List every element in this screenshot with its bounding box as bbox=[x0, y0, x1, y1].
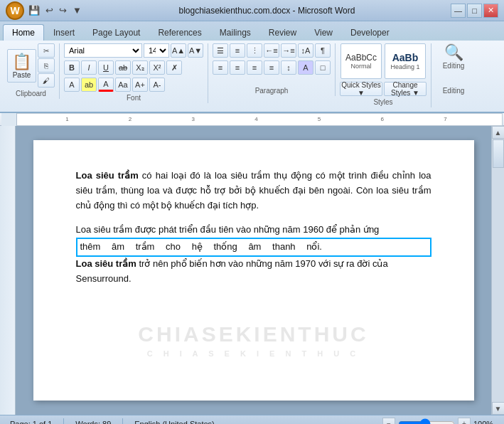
numbering-btn[interactable]: ≡ bbox=[230, 43, 245, 58]
ruler-corner bbox=[1, 113, 17, 126]
format-painter-button[interactable]: 🖌 bbox=[38, 73, 55, 88]
tab-references[interactable]: References bbox=[149, 25, 210, 41]
quick-styles-btn[interactable]: Quick Styles ▼ bbox=[340, 82, 382, 96]
clear-format-btn[interactable]: ✗ bbox=[166, 60, 182, 75]
editing-button[interactable]: 🔍 Editing bbox=[436, 43, 471, 70]
status-sep-2 bbox=[122, 418, 123, 425]
paste-button[interactable]: 📋 Paste bbox=[7, 49, 36, 83]
align-left-btn[interactable]: ≡ bbox=[213, 60, 228, 75]
text-effect-btn[interactable]: A bbox=[64, 78, 80, 92]
ruler-scale: 1 2 3 4 5 6 7 bbox=[17, 113, 503, 126]
style-heading1[interactable]: AaBb Heading 1 bbox=[385, 43, 426, 79]
scroll-thumb[interactable] bbox=[493, 139, 504, 168]
ribbon-content: 📋 Paste ✂ ⎘ 🖌 Clipboard Arial bbox=[0, 41, 504, 112]
tab-review[interactable]: Review bbox=[260, 25, 305, 41]
scroll-track[interactable] bbox=[492, 139, 505, 402]
watermark-line2: C H I A S E K I E N T H U C bbox=[138, 349, 368, 358]
document-area: Loa siêu trầm có hai loại đó là loa siêu… bbox=[0, 126, 504, 415]
zoom-in-btn[interactable]: + bbox=[458, 418, 471, 425]
left-ruler bbox=[0, 126, 16, 415]
status-sep-1 bbox=[63, 418, 64, 425]
window-controls: — □ ✕ bbox=[451, 4, 498, 18]
tab-home[interactable]: Home bbox=[3, 24, 44, 41]
para1-bold: Loa siêu trầm bbox=[76, 170, 139, 181]
styles-buttons-row: Quick Styles ▼ Change Styles ▼ bbox=[340, 82, 427, 96]
tab-insert[interactable]: Insert bbox=[45, 25, 83, 41]
para-row2: ≡ ≡ ≡ ≡ ↕ A □ bbox=[213, 60, 331, 75]
justify-btn[interactable]: ≡ bbox=[264, 60, 279, 75]
cut-button[interactable]: ✂ bbox=[38, 43, 55, 58]
close-button[interactable]: ✕ bbox=[483, 4, 498, 18]
copy-button[interactable]: ⎘ bbox=[38, 58, 55, 73]
italic-button[interactable]: I bbox=[81, 60, 97, 75]
group-styles: AaBbCc Normal AaBb Heading 1 Quick Style… bbox=[337, 43, 431, 107]
text-highlight-btn[interactable]: ab bbox=[81, 78, 97, 92]
para2-bold: Loa siêu trầm bbox=[76, 258, 136, 269]
border-btn[interactable]: □ bbox=[315, 60, 331, 75]
style-normal[interactable]: AaBbCc Normal bbox=[341, 43, 382, 79]
group-editing: 🔍 Editing Editing bbox=[433, 43, 476, 96]
ruler: 1 2 3 4 5 6 7 bbox=[0, 113, 504, 126]
para-controls: ☰ ≡ ⋮ ←≡ →≡ ↕A ¶ ≡ ≡ ≡ ≡ ↕ A □ bbox=[213, 43, 331, 88]
increase-indent-btn[interactable]: →≡ bbox=[281, 43, 296, 58]
ruler-mark-6: 6 bbox=[381, 116, 384, 122]
strikethrough-btn[interactable]: ab bbox=[115, 60, 131, 75]
underline-button[interactable]: U bbox=[98, 60, 114, 75]
decrease-indent-btn[interactable]: ←≡ bbox=[264, 43, 279, 58]
font-name-select[interactable]: Arial bbox=[64, 43, 142, 58]
font-size-select[interactable]: 14 bbox=[144, 43, 169, 58]
font-grow-btn[interactable]: A+ bbox=[132, 78, 148, 92]
tab-view[interactable]: View bbox=[306, 25, 341, 41]
zoom-out-btn[interactable]: − bbox=[382, 418, 395, 425]
page-scroll[interactable]: Loa siêu trầm có hai loại đó là loa siêu… bbox=[16, 126, 491, 415]
maximize-button[interactable]: □ bbox=[467, 4, 482, 18]
zoom-level: 100% bbox=[473, 420, 498, 425]
document-page: Loa siêu trầm có hai loại đó là loa siêu… bbox=[33, 140, 474, 401]
sort-btn[interactable]: ↕A bbox=[298, 43, 313, 58]
clipboard-small-btns: ✂ ⎘ 🖌 bbox=[38, 43, 55, 88]
subscript-btn[interactable]: X₂ bbox=[132, 60, 148, 75]
status-language: English (United States) bbox=[130, 418, 219, 425]
ruler-mark-7: 7 bbox=[444, 116, 446, 122]
tab-developer[interactable]: Developer bbox=[342, 25, 398, 41]
paragraph-2: Loa siêu trầm được phát triển đầu tiên v… bbox=[76, 223, 431, 286]
right-scrollbar[interactable]: ▲ ▼ bbox=[491, 126, 504, 415]
watermark: CHIASEKIENTHUC C H I A S E K I E N T H U… bbox=[138, 322, 368, 358]
qat-save[interactable]: 💾 bbox=[27, 4, 41, 17]
scroll-up-btn[interactable]: ▲ bbox=[492, 126, 505, 139]
styles-label: Styles bbox=[373, 98, 392, 106]
bullets-btn[interactable]: ☰ bbox=[213, 43, 228, 58]
minimize-button[interactable]: — bbox=[451, 4, 466, 18]
increase-font-btn[interactable]: A▲ bbox=[171, 43, 186, 58]
font-shrink-btn[interactable]: A- bbox=[149, 78, 165, 92]
align-center-btn[interactable]: ≡ bbox=[230, 60, 245, 75]
para-row1: ☰ ≡ ⋮ ←≡ →≡ ↕A ¶ bbox=[213, 43, 331, 58]
status-words: Words: 89 bbox=[71, 418, 115, 425]
group-font: Arial 14 A▲ A▼ B I U ab X₂ X² ✗ bbox=[61, 43, 208, 103]
title-bar: W 💾 ↩ ↪ ▼ blogchiasekienthuc.com.docx - … bbox=[0, 0, 504, 21]
qat-redo[interactable]: ↪ bbox=[58, 4, 68, 17]
line-spacing-btn[interactable]: ↕ bbox=[281, 60, 296, 75]
change-styles-btn[interactable]: Change Styles ▼ bbox=[384, 82, 427, 96]
tab-page-layout[interactable]: Page Layout bbox=[84, 25, 149, 41]
decrease-font-btn[interactable]: A▼ bbox=[188, 43, 203, 58]
office-button[interactable]: W bbox=[6, 1, 24, 20]
zoom-slider[interactable] bbox=[398, 418, 455, 425]
status-page: Page: 1 of 1 bbox=[6, 418, 56, 425]
bold-button[interactable]: B bbox=[64, 60, 80, 75]
qat-undo[interactable]: ↩ bbox=[44, 4, 55, 17]
change-case-btn[interactable]: Aa bbox=[115, 78, 131, 92]
shading-btn[interactable]: A bbox=[298, 60, 313, 75]
tab-mailings[interactable]: Mailings bbox=[211, 25, 259, 41]
multilevel-btn[interactable]: ⋮ bbox=[247, 43, 262, 58]
show-marks-btn[interactable]: ¶ bbox=[315, 43, 331, 58]
superscript-btn[interactable]: X² bbox=[149, 60, 165, 75]
font-color-btn[interactable]: A bbox=[98, 78, 114, 92]
ruler-mark-2: 2 bbox=[129, 116, 132, 122]
scroll-down-btn[interactable]: ▼ bbox=[492, 402, 505, 415]
qat-more[interactable]: ▼ bbox=[71, 4, 83, 17]
align-right-btn[interactable]: ≡ bbox=[247, 60, 262, 75]
title-bar-left: W 💾 ↩ ↪ ▼ bbox=[6, 1, 83, 20]
group-paragraph: ☰ ≡ ⋮ ←≡ →≡ ↕A ¶ ≡ ≡ ≡ ≡ ↕ A □ bbox=[210, 43, 336, 96]
group-clipboard: 📋 Paste ✂ ⎘ 🖌 Clipboard bbox=[4, 43, 60, 99]
